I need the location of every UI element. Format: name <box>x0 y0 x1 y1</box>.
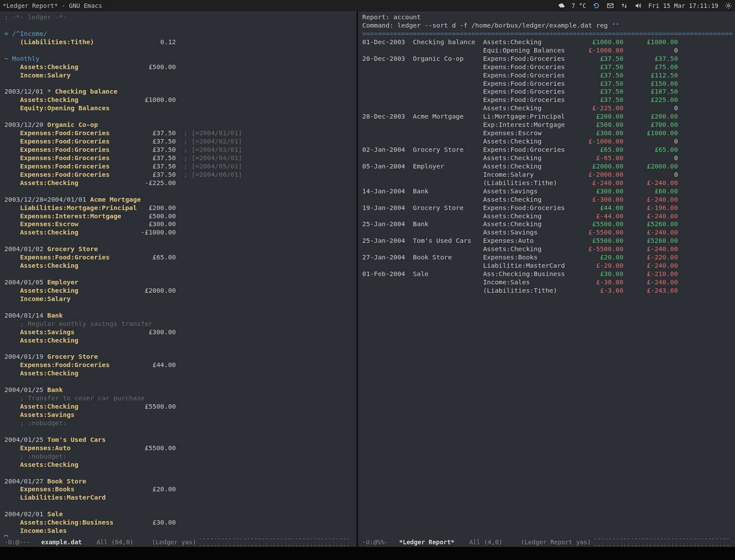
report-line: (Liabilities:Tithe) £-240.00 £-240.00 <box>362 179 731 187</box>
modeline-position: All (64,0) <box>97 539 133 546</box>
report-line: Expenses:Escrow £300.00 £1000.00 <box>362 129 731 137</box>
source-line: 2004/01/05 Employer <box>4 278 352 287</box>
report-line: Liabilitie:MasterCard £-20.00 £-240.00 <box>362 262 731 270</box>
source-line: 2003/12/20 Organic Co-op <box>4 121 352 129</box>
source-line: Assets:Savings <box>4 411 352 419</box>
report-line: 14-Jan-2004 Bank Assets:Savings £300.00 … <box>362 187 731 196</box>
source-line <box>4 303 352 312</box>
report-line: Expens:Food:Groceries £37.50 £150.00 <box>362 80 731 88</box>
clock-text: Fri 15 Mar 17:11:19 <box>648 2 718 9</box>
source-line: 2004/01/14 Bank <box>4 312 352 320</box>
source-line <box>4 378 352 386</box>
source-line: ; :nobudget: <box>4 419 352 427</box>
modeline-flags: -U:@--- <box>4 539 30 546</box>
weather-icon <box>557 2 565 10</box>
source-line: ~ Monthly <box>4 55 352 63</box>
svg-point-1 <box>728 5 729 7</box>
report-line: 01-Dec-2003 Checking balance Assets:Chec… <box>362 38 731 46</box>
source-line <box>4 46 352 55</box>
report-line: Exp:Interest:Mortgage £500.00 £700.00 <box>362 121 731 129</box>
volume-icon[interactable] <box>634 2 642 10</box>
source-line: 2004/02/01 Sale <box>4 510 352 518</box>
source-line: Expenses:Interest:Mortgage £500.00 <box>4 212 352 220</box>
source-line <box>4 21 352 30</box>
source-line: Expenses:Food:Groceries £44.00 <box>4 361 352 369</box>
source-line: Income:Salary <box>4 71 352 80</box>
source-line: Expenses:Food:Groceries £37.50 ; [=2004/… <box>4 129 352 137</box>
source-line <box>4 427 352 436</box>
refresh-icon[interactable] <box>592 2 600 10</box>
report-line: ========================================… <box>362 30 731 38</box>
report-line: Assets:Checking £-300.00 £-240.00 <box>362 196 731 204</box>
report-line: Assets:Savings £-5500.00 £-240.00 <box>362 228 731 237</box>
system-tray: 7 °C Fri 15 Mar 17:11:19 <box>557 2 732 10</box>
source-line: 2003/12/28=2004/01/01 Acme Mortgage <box>4 196 352 204</box>
report-line: Income:Sales £-30.00 £-240.00 <box>362 278 731 287</box>
source-line: Assets:Checking £1000.00 <box>4 96 352 104</box>
report-line: 01-Feb-2004 Sale Ass:Checking:Business £… <box>362 270 731 278</box>
report-line: Assets:Checking £-5500.00 £-240.00 <box>362 245 731 253</box>
report-line: Expens:Food:Groceries £37.50 £112.50 <box>362 71 731 80</box>
source-line: 2004/01/27 Book Store <box>4 477 352 486</box>
source-line: 2004/01/25 Bank <box>4 386 352 394</box>
report-line: Expens:Food:Groceries £37.50 £225.00 <box>362 96 731 104</box>
modeline-flags: -U:@%%- <box>362 539 388 546</box>
source-line: Expenses:Food:Groceries £37.50 ; [=2004/… <box>4 154 352 162</box>
ledger-report[interactable]: Report: accountCommand: ledger --sort d … <box>358 11 735 297</box>
source-line: Expenses:Food:Groceries £37.50 ; [=2004/… <box>4 162 352 171</box>
source-line: Assets:Savings £300.00 <box>4 328 352 336</box>
modeline-fill: ----------------------------------------… <box>196 537 352 547</box>
source-line: ; Regular monthly savings transfer <box>4 320 352 328</box>
source-line: 2004/01/25 Tom's Used Cars <box>4 436 352 444</box>
window-title: *Ledger Report* - GNU Emacs <box>3 2 102 9</box>
source-line <box>4 345 352 353</box>
source-line: Assets:Checking:Business £30.00 <box>4 518 352 527</box>
report-line: Assets:Checking £-65.00 0 <box>362 154 731 162</box>
report-line: Command: ledger --sort d -f /home/borbus… <box>362 21 731 30</box>
report-line: 28-Dec-2003 Acme Mortgage Li:Mortgage:Pr… <box>362 112 731 121</box>
report-line: 27-Jan-2004 Book Store Expenses:Books £2… <box>362 253 731 262</box>
modeline-mode: (Ledger yas) <box>152 539 196 546</box>
source-line: Expenses:Food:Groceries £37.50 ; [=2004/… <box>4 137 352 146</box>
source-line: ; Transfer to cover car purchase <box>4 394 352 402</box>
source-line: Assets:Checking £500.00 <box>4 63 352 71</box>
minibuffer[interactable] <box>0 547 735 560</box>
left-pane[interactable]: ; -*- ledger -*- = /^Income/ (Liabilitie… <box>0 11 357 547</box>
report-line: 02-Jan-2004 Grocery Store Expens:Food:Gr… <box>362 146 731 154</box>
source-line <box>4 502 352 510</box>
report-line: 19-Jan-2004 Grocery Store Expens:Food:Gr… <box>362 204 731 212</box>
source-line: Expenses:Food:Groceries £37.50 ; [=2004/… <box>4 171 352 179</box>
source-line: Expenses:Food:Groceries £65.00 <box>4 253 352 262</box>
mail-icon[interactable] <box>606 2 614 10</box>
report-line: Income:Salary £-2000.00 0 <box>362 171 731 179</box>
report-line: 20-Dec-2003 Organic Co-op Expens:Food:Gr… <box>362 55 731 63</box>
report-line: 25-Jan-2004 Tom's Used Cars Expenses:Aut… <box>362 237 731 245</box>
ledger-source[interactable]: ; -*- ledger -*- = /^Income/ (Liabilitie… <box>0 11 357 546</box>
report-line: 05-Jan-2004 Employer Assets:Checking £20… <box>362 162 731 171</box>
report-line: (Liabilities:Tithe) £-3.60 £-243.60 <box>362 287 731 295</box>
source-line: Expenses:Auto £5500.00 <box>4 444 352 452</box>
source-line: Expenses:Escrow £300.00 <box>4 220 352 228</box>
report-line: Equi:Opening Balances £-1000.00 0 <box>362 46 731 55</box>
network-icon[interactable] <box>620 2 628 10</box>
left-modeline: -U:@--- example.dat All (64,0) (Ledger y… <box>0 537 357 547</box>
source-line: Income:Salary <box>4 295 352 303</box>
source-line <box>4 187 352 196</box>
right-pane[interactable]: Report: accountCommand: ledger --sort d … <box>358 11 735 547</box>
source-line: Assets:Checking <box>4 461 352 469</box>
source-line: Expenses:Books £20.00 <box>4 485 352 494</box>
settings-icon[interactable] <box>724 2 732 10</box>
source-line <box>4 469 352 477</box>
source-line: Liabilities:MasterCard <box>4 494 352 502</box>
modeline-buffer: example.dat <box>41 539 82 546</box>
report-line: Assets:Checking £-225.00 0 <box>362 104 731 112</box>
right-modeline: -U:@%%- *Ledger Report* All (4,0) (Ledge… <box>358 537 735 547</box>
source-line <box>4 237 352 245</box>
modeline-mode: (Ledger Report yas) <box>521 539 591 546</box>
report-line: Expens:Food:Groceries £37.50 £187.50 <box>362 88 731 96</box>
modeline-fill: ----------------------------------------… <box>591 537 731 547</box>
source-line: Equity:Opening Balances <box>4 104 352 112</box>
report-line: 25-Jan-2004 Bank Assets:Checking £5500.0… <box>362 220 731 228</box>
source-line: Assets:Checking <box>4 369 352 378</box>
source-line: ; -*- ledger -*- <box>4 13 352 21</box>
